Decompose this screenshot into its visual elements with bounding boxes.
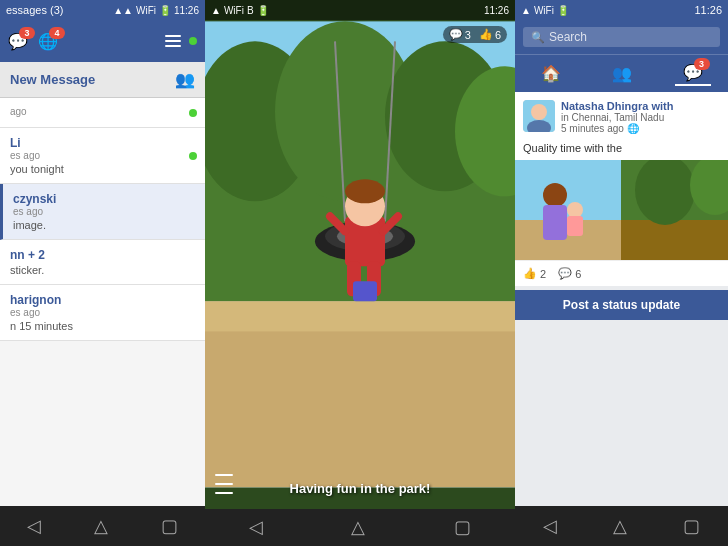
list-item[interactable]: nn + 2 sticker. xyxy=(0,240,205,285)
nav-square-button[interactable]: ▢ xyxy=(149,511,190,541)
svg-point-22 xyxy=(531,104,547,120)
list-item[interactable]: ago xyxy=(0,98,205,128)
hamburger-menu[interactable] xyxy=(165,35,181,47)
tab-messages-badge-container: 💬 3 xyxy=(683,63,703,82)
middle-signal-icon: ▲ xyxy=(211,5,221,16)
left-status-bar: essages (3) ▲▲ WiFi 🔋 11:26 xyxy=(0,0,205,20)
comment-action[interactable]: 💬 6 xyxy=(558,267,581,280)
comment-action-icon: 💬 xyxy=(558,267,572,280)
photo-stats: 💬 3 👍 6 xyxy=(443,26,507,43)
status-update-button[interactable]: Post a status update xyxy=(515,290,728,320)
svg-point-17 xyxy=(345,179,385,203)
post-time-text: 5 minutes ago xyxy=(561,123,624,134)
svg-rect-7 xyxy=(205,301,515,331)
photo-hamburger-icon xyxy=(215,472,233,496)
new-message-label: New Message xyxy=(10,72,95,87)
msg-time-0: ago xyxy=(10,106,195,117)
friends-icon: 👥 xyxy=(612,65,632,82)
middle-nav-home[interactable]: △ xyxy=(339,512,377,542)
svg-point-26 xyxy=(543,183,567,207)
messages-badge: 3 xyxy=(19,27,35,39)
msg-time-4: es ago xyxy=(10,307,195,318)
signal-icon: ▲▲ xyxy=(113,5,133,16)
message-list: ago Li es ago you tonight czynski es ago… xyxy=(0,98,205,506)
right-wifi-icon: WiFi xyxy=(534,5,554,16)
msg-preview-2: image. xyxy=(13,219,195,231)
msg-time-2: es ago xyxy=(13,206,195,217)
right-nav-tabs: 🏠 👥 💬 3 xyxy=(515,54,728,92)
right-bottom-nav: ◁ △ ▢ xyxy=(515,506,728,546)
msg-sender-1: Li xyxy=(10,136,195,150)
post-avatar xyxy=(523,100,555,132)
search-placeholder: Search xyxy=(549,30,587,44)
avatar-svg xyxy=(523,100,555,132)
globe-badge: 4 xyxy=(49,27,65,39)
msg-preview-4: n 15 minutes xyxy=(10,320,195,332)
msg-sender-3: nn + 2 xyxy=(10,248,195,262)
right-battery-icon: 🔋 xyxy=(557,5,569,16)
group-icon: 👥 xyxy=(175,70,195,89)
nav-home-button[interactable]: △ xyxy=(82,511,120,541)
list-item[interactable]: Li es ago you tonight xyxy=(0,128,205,184)
nav-back-button[interactable]: ◁ xyxy=(15,511,53,541)
left-status-title: essages (3) xyxy=(6,4,63,16)
news-feed-icon: 🏠 xyxy=(541,65,561,82)
post-image xyxy=(515,160,728,260)
right-time: 11:26 xyxy=(694,4,722,16)
park-scene-svg xyxy=(205,0,515,509)
online-indicator xyxy=(189,37,197,45)
feed-post: Natasha Dhingra with in Chennai, Tamil N… xyxy=(515,92,728,286)
left-header-right xyxy=(165,35,197,47)
list-item[interactable]: czynski es ago image. xyxy=(0,184,205,240)
middle-battery-icon: 🔋 xyxy=(257,5,269,16)
middle-wifi-icon: WiFi xyxy=(224,5,244,16)
svg-rect-27 xyxy=(543,205,567,240)
middle-bottom-nav: ◁ △ ▢ xyxy=(205,509,515,546)
svg-point-28 xyxy=(567,202,583,218)
photo-menu-button[interactable] xyxy=(215,472,233,496)
photo-panel: ▲ WiFi B 🔋 11:26 💬 3 👍 6 xyxy=(205,0,515,546)
tab-messages[interactable]: 💬 3 xyxy=(675,61,711,86)
caption-text: Having fun in the park! xyxy=(290,481,431,496)
left-time: 11:26 xyxy=(174,5,199,16)
msg-sender-2: czynski xyxy=(13,192,195,206)
like-action[interactable]: 👍 2 xyxy=(523,267,546,280)
right-nav-home[interactable]: △ xyxy=(601,511,639,541)
post-header: Natasha Dhingra with in Chennai, Tamil N… xyxy=(515,92,728,142)
globe-icon-badge[interactable]: 🌐 4 xyxy=(38,32,58,51)
park-photo xyxy=(205,0,515,509)
messages-icon-badge[interactable]: 💬 3 xyxy=(8,32,28,51)
list-item[interactable]: harignon es ago n 15 minutes xyxy=(0,285,205,341)
right-search-bar: 🔍 Search xyxy=(515,20,728,54)
tab-friends[interactable]: 👥 xyxy=(604,62,640,85)
post-info: Natasha Dhingra with in Chennai, Tamil N… xyxy=(561,100,720,134)
post-author-suffix: with xyxy=(648,100,673,112)
battery-icon: 🔋 xyxy=(159,5,171,16)
post-time: 5 minutes ago 🌐 xyxy=(561,123,720,134)
msg-time-1: es ago xyxy=(10,150,195,161)
post-text: Quality time with the xyxy=(515,142,728,160)
post-actions: 👍 2 💬 6 xyxy=(515,260,728,286)
left-header-icons: 💬 3 🌐 4 xyxy=(8,32,58,51)
middle-status-icons: ▲ WiFi B 🔋 xyxy=(211,5,269,16)
post-image-svg xyxy=(515,160,728,260)
msg-sender-4: harignon xyxy=(10,293,195,307)
search-icon: 🔍 xyxy=(531,31,545,44)
tab-messages-badge: 3 xyxy=(694,58,710,70)
svg-rect-31 xyxy=(621,220,728,260)
right-status-icons: ▲ WiFi 🔋 xyxy=(521,5,569,16)
photo-stats-overlay: 💬 3 👍 6 xyxy=(205,20,515,49)
new-message-bar[interactable]: New Message 👥 xyxy=(0,62,205,98)
right-signal-icon: ▲ xyxy=(521,5,531,16)
tab-news-feed[interactable]: 🏠 xyxy=(533,62,569,85)
middle-nav-back[interactable]: ◁ xyxy=(237,512,275,542)
right-nav-square[interactable]: ▢ xyxy=(671,511,712,541)
left-status-icons: ▲▲ WiFi 🔋 11:26 xyxy=(113,5,199,16)
search-box[interactable]: 🔍 Search xyxy=(523,27,720,47)
right-nav-back[interactable]: ◁ xyxy=(531,511,569,541)
likes-count: 6 xyxy=(495,29,501,41)
online-dot-0 xyxy=(189,109,197,117)
comment-icon: 💬 xyxy=(449,28,463,41)
middle-nav-square[interactable]: ▢ xyxy=(442,512,483,542)
like-icon: 👍 xyxy=(479,28,493,41)
